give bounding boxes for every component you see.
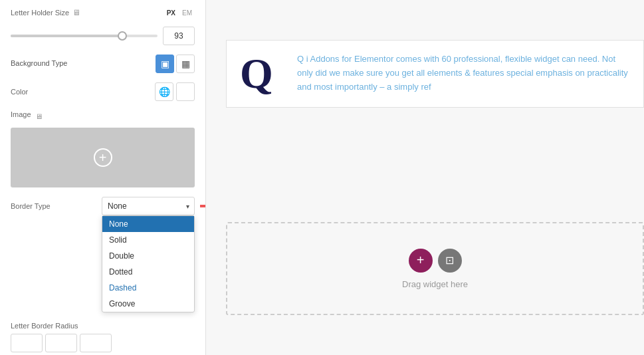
slider-thumb[interactable] bbox=[118, 31, 127, 41]
gradient-icon: ▦ bbox=[181, 59, 190, 69]
red-arrow-indicator bbox=[200, 197, 206, 215]
lbr-inputs: TOP RIGHT BO bbox=[11, 334, 195, 355]
color-controls: 🌐 bbox=[155, 82, 195, 101]
border-type-label: Border Type bbox=[11, 202, 51, 210]
em-option[interactable]: EM bbox=[179, 9, 195, 17]
folder-button[interactable]: ⊡ bbox=[438, 249, 462, 273]
bg-type-gradient-btn[interactable]: ▦ bbox=[176, 55, 195, 73]
bg-type-classic-btn[interactable]: ▣ bbox=[156, 55, 174, 73]
lbr-bottom-input[interactable] bbox=[80, 334, 112, 352]
image-upload-area[interactable]: + bbox=[11, 128, 195, 187]
globe-icon: 🌐 bbox=[159, 86, 170, 97]
px-option[interactable]: PX bbox=[164, 9, 178, 17]
lbr-label: Letter Border Radius bbox=[11, 322, 195, 330]
image-label: Image bbox=[11, 110, 31, 118]
preview-card: Q Q i Addons for Elementor comes with 60… bbox=[226, 40, 644, 108]
size-number-input[interactable] bbox=[163, 27, 195, 45]
folder-icon: ⊡ bbox=[445, 254, 454, 267]
drag-widget-text: Drag widget here bbox=[402, 279, 468, 289]
slider-fill bbox=[11, 35, 121, 37]
bg-type-buttons: ▣ ▦ bbox=[156, 55, 195, 73]
border-option-groove[interactable]: Groove bbox=[102, 296, 194, 312]
add-widget-button[interactable]: + bbox=[409, 249, 433, 273]
preview-letter: Q bbox=[240, 53, 286, 95]
lbr-top-group: TOP bbox=[11, 334, 43, 355]
add-icon: + bbox=[417, 253, 425, 268]
color-label: Color bbox=[11, 88, 28, 96]
color-swatch[interactable] bbox=[176, 82, 195, 101]
classic-icon: ▣ bbox=[161, 59, 169, 69]
settings-panel: Letter Holder Size 🖥 PX EM Background Ty… bbox=[0, 0, 206, 355]
border-dropdown-menu: None Solid Double Dotted Dashed Groove bbox=[102, 215, 195, 312]
svg-marker-0 bbox=[200, 201, 206, 211]
border-type-select-wrapper: None ▾ None Solid Double Dotted Dashed G… bbox=[102, 197, 195, 215]
preview-text: Q i Addons for Elementor comes with 60 p… bbox=[297, 53, 630, 94]
lbr-bottom-group: BO bbox=[80, 334, 112, 355]
image-monitor-icon: 🖥 bbox=[35, 112, 43, 120]
border-type-select[interactable]: None bbox=[102, 197, 195, 215]
border-option-dotted[interactable]: Dotted bbox=[102, 264, 194, 280]
bg-type-label: Background Type bbox=[11, 59, 67, 68]
holder-size-label: Letter Holder Size 🖥 bbox=[11, 8, 80, 17]
size-slider-track[interactable] bbox=[11, 35, 158, 37]
px-em-toggle[interactable]: PX EM bbox=[164, 9, 195, 17]
border-option-double[interactable]: Double bbox=[102, 248, 194, 264]
drop-zone[interactable]: + ⊡ Drag widget here bbox=[226, 222, 644, 315]
color-globe-btn[interactable]: 🌐 bbox=[155, 82, 173, 101]
border-option-dashed[interactable]: Dashed bbox=[102, 280, 194, 296]
lbr-right-group: RIGHT bbox=[45, 334, 77, 355]
border-option-none[interactable]: None bbox=[102, 216, 194, 232]
image-label-row: Image 🖥 bbox=[11, 110, 195, 122]
image-upload-plus-icon: + bbox=[94, 148, 112, 167]
lbr-right-input[interactable] bbox=[45, 334, 77, 352]
drop-zone-buttons: + ⊡ bbox=[409, 249, 462, 273]
preview-panel: Q Q i Addons for Elementor comes with 60… bbox=[206, 0, 644, 355]
border-option-solid[interactable]: Solid bbox=[102, 232, 194, 248]
monitor-icon: 🖥 bbox=[72, 8, 80, 17]
lbr-top-input[interactable] bbox=[11, 334, 43, 352]
